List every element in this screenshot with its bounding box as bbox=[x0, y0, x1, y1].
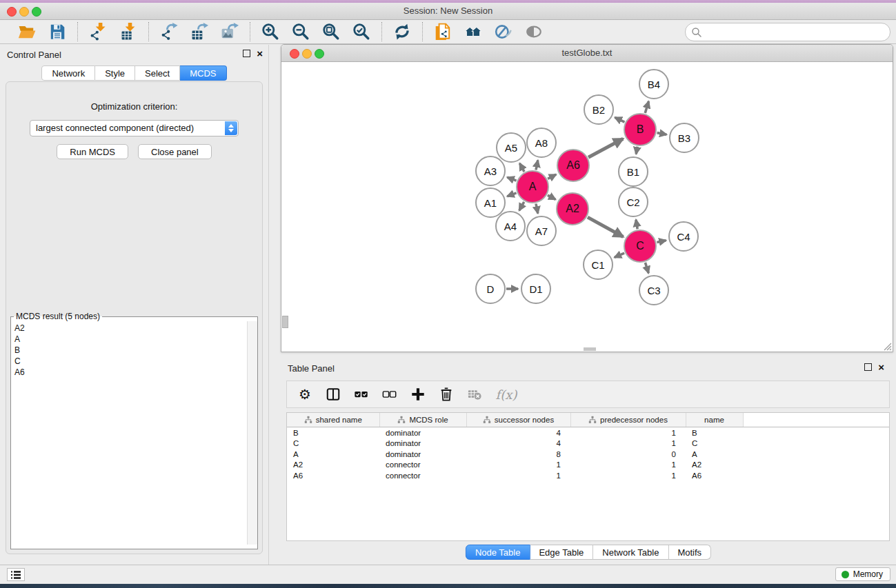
export-table-button[interactable] bbox=[190, 22, 209, 41]
search-input[interactable] bbox=[705, 24, 884, 40]
mcds-result-item[interactable]: A6 bbox=[11, 367, 247, 378]
graph-node-A6[interactable]: A6 bbox=[557, 149, 590, 182]
graph-node-C1[interactable]: C1 bbox=[583, 250, 613, 280]
network-vertical-scroll-thumb[interactable] bbox=[282, 316, 288, 328]
edge-A-A7[interactable] bbox=[536, 203, 538, 213]
network-maximize-traffic-light[interactable] bbox=[315, 49, 324, 59]
graph-node-C4[interactable]: C4 bbox=[668, 221, 699, 252]
tab-select[interactable]: Select bbox=[135, 65, 180, 81]
graph-node-A4[interactable]: A4 bbox=[495, 211, 526, 241]
graph-node-D[interactable]: D bbox=[475, 274, 506, 304]
resize-grip-icon[interactable] bbox=[883, 342, 892, 351]
zoom-in-button[interactable] bbox=[261, 22, 280, 41]
home-button[interactable] bbox=[464, 22, 483, 41]
function-builder-button[interactable]: f(x) bbox=[495, 386, 518, 403]
tab-mcds[interactable]: MCDS bbox=[180, 65, 226, 81]
add-button[interactable] bbox=[410, 386, 426, 403]
graph-node-B4[interactable]: B4 bbox=[639, 69, 669, 99]
mcds-result-item[interactable]: A2 bbox=[11, 323, 247, 334]
new-network-from-selection-button[interactable] bbox=[433, 22, 452, 41]
edge-A-A5[interactable] bbox=[519, 163, 524, 172]
edge-A-A8[interactable] bbox=[536, 160, 538, 170]
tab-motifs[interactable]: Motifs bbox=[668, 545, 711, 560]
edge-B-B2[interactable] bbox=[615, 117, 624, 122]
network-window-titlebar[interactable]: testGlobe.txt bbox=[281, 45, 893, 62]
table-row[interactable]: Bdominator41B bbox=[287, 427, 889, 438]
task-history-button[interactable] bbox=[7, 568, 25, 581]
result-list-scrollbar[interactable] bbox=[247, 321, 257, 545]
edge-A-A1[interactable] bbox=[507, 193, 516, 196]
hide-graphics-details-button[interactable] bbox=[494, 22, 513, 41]
main-titlebar[interactable]: Session: New Session bbox=[0, 3, 896, 20]
close-panel-button[interactable]: Close panel bbox=[138, 144, 212, 159]
gear-button[interactable]: ⚙ bbox=[297, 386, 313, 403]
table-row[interactable]: A2connector11A2 bbox=[287, 460, 889, 471]
close-traffic-light[interactable] bbox=[7, 7, 17, 17]
edge-C-C3[interactable] bbox=[645, 263, 648, 273]
edge-B-B3[interactable] bbox=[657, 133, 667, 135]
import-table-button[interactable] bbox=[119, 22, 138, 41]
select-all-button[interactable] bbox=[353, 386, 370, 403]
tab-style[interactable]: Style bbox=[95, 65, 135, 81]
network-canvas[interactable]: B4B2BB3A8A5A6A3B1AA1C2A2A4A7C4CC1C3DD1 bbox=[281, 62, 893, 352]
criterion-select[interactable]: largest connected component (directed) bbox=[30, 120, 239, 136]
table-close-panel-icon[interactable]: × bbox=[878, 363, 884, 371]
graph-node-D1[interactable]: D1 bbox=[521, 274, 551, 304]
search-field[interactable] bbox=[685, 23, 890, 41]
tab-network[interactable]: Network bbox=[41, 65, 95, 81]
mcds-result-item[interactable]: C bbox=[11, 356, 247, 367]
edge-A-A3[interactable] bbox=[507, 177, 516, 181]
edge-C-C1[interactable] bbox=[615, 253, 624, 257]
edge-A-A2[interactable] bbox=[548, 195, 556, 199]
graph-node-A8[interactable]: A8 bbox=[526, 128, 557, 158]
delete-button[interactable] bbox=[438, 386, 455, 403]
columns-button[interactable] bbox=[325, 386, 341, 403]
zoom-fit-button[interactable] bbox=[321, 22, 341, 41]
table-row[interactable]: Cdominator41C bbox=[287, 438, 889, 449]
mcds-result-item[interactable]: B bbox=[11, 345, 247, 356]
open-session-button[interactable] bbox=[17, 22, 37, 41]
edge-A-A6[interactable] bbox=[548, 174, 556, 179]
network-horizontal-scroll-thumb[interactable] bbox=[584, 347, 596, 351]
deselect-all-button[interactable] bbox=[381, 386, 398, 403]
memory-button[interactable]: Memory bbox=[835, 567, 890, 581]
graph-node-B1[interactable]: B1 bbox=[618, 156, 648, 187]
graph-node-B3[interactable]: B3 bbox=[669, 123, 699, 153]
graph-node-B2[interactable]: B2 bbox=[584, 94, 614, 125]
graph-node-C3[interactable]: C3 bbox=[639, 275, 669, 305]
edge-C-C2[interactable] bbox=[636, 220, 637, 230]
graph-node-C[interactable]: C bbox=[624, 230, 657, 263]
maximize-traffic-light[interactable] bbox=[32, 7, 41, 17]
tab-edge-table[interactable]: Edge Table bbox=[530, 545, 593, 560]
graph-node-A5[interactable]: A5 bbox=[496, 132, 526, 163]
close-panel-icon[interactable]: × bbox=[257, 50, 263, 57]
network-minimize-traffic-light[interactable] bbox=[302, 49, 312, 59]
column-header-shared-name[interactable]: shared name bbox=[287, 413, 379, 427]
table-float-panel-icon[interactable] bbox=[864, 363, 872, 371]
graph-node-A3[interactable]: A3 bbox=[475, 156, 506, 186]
tab-node-table[interactable]: Node Table bbox=[466, 545, 530, 560]
graph-node-A2[interactable]: A2 bbox=[556, 192, 589, 225]
column-header-predecessor-nodes[interactable]: predecessor nodes bbox=[570, 413, 686, 427]
edge-B-B1[interactable] bbox=[636, 147, 637, 154]
graph-node-B[interactable]: B bbox=[624, 113, 657, 146]
zoom-selected-button[interactable] bbox=[352, 22, 371, 41]
show-hide-eye-button[interactable] bbox=[524, 22, 544, 41]
network-close-traffic-light[interactable] bbox=[290, 49, 299, 59]
column-header-MCDS-role[interactable]: MCDS role bbox=[379, 413, 466, 427]
table-row[interactable]: A6connector11A6 bbox=[287, 470, 889, 481]
delete-column-button[interactable] bbox=[466, 386, 483, 403]
tab-network-table[interactable]: Network Table bbox=[593, 545, 668, 560]
column-header-successor-nodes[interactable]: successor nodes bbox=[466, 413, 570, 427]
column-header-name[interactable]: name bbox=[686, 413, 743, 427]
mcds-result-item[interactable]: A bbox=[11, 334, 247, 345]
table-row[interactable]: Adominator80A bbox=[287, 449, 889, 460]
export-network-button[interactable] bbox=[159, 22, 179, 41]
edge-A2-C[interactable] bbox=[588, 217, 624, 236]
edge-A-A4[interactable] bbox=[519, 202, 524, 211]
run-mcds-button[interactable]: Run MCDS bbox=[57, 144, 128, 159]
refresh-button[interactable] bbox=[392, 22, 412, 41]
save-session-button[interactable] bbox=[48, 22, 67, 41]
minimize-traffic-light[interactable] bbox=[19, 7, 29, 17]
edge-C-C4[interactable] bbox=[657, 241, 666, 243]
